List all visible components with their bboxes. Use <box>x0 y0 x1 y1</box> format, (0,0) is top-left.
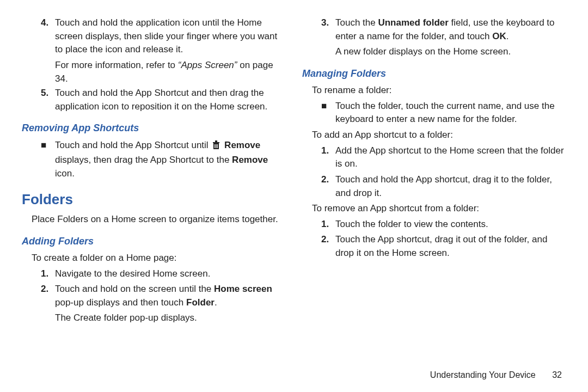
list-number: 1. <box>41 267 55 281</box>
add-lead: To add an App shortcut to a folder: <box>312 128 566 142</box>
remove-lead: To remove an App shortcut from a folder: <box>312 202 566 216</box>
list-body: Touch the App shortcut, drag it out of t… <box>335 233 566 260</box>
ok-label: OK <box>492 31 506 41</box>
svg-rect-3 <box>215 144 215 148</box>
right-column: 3. Touch the Unnamed folder field, use t… <box>302 16 566 359</box>
list-number: 5. <box>41 87 55 113</box>
list-item-2: 2. Touch the App shortcut, drag it out o… <box>321 233 566 260</box>
list-body: Touch the folder to view the contents. <box>335 218 566 231</box>
list-body: Touch the Unnamed folder field, use the … <box>335 16 566 43</box>
bullet-body: Touch and hold the App Shortcut until Re… <box>55 139 286 181</box>
svg-rect-1 <box>215 140 217 142</box>
rename-lead: To rename a folder: <box>312 84 566 97</box>
text-segment: . <box>215 297 217 308</box>
heading-folders: Folders <box>22 189 286 210</box>
list-body: Touch and hold on the screen until the H… <box>55 283 286 309</box>
list-body: Touch and hold the application icon unti… <box>55 16 286 57</box>
reference-title: “Apps Screen” <box>178 60 240 70</box>
list-item-2: 2. Touch and hold the App shortcut, drag… <box>321 173 566 200</box>
text-segment: Touch and hold the App Shortcut until <box>55 140 211 150</box>
text-segment: Touch and hold on the screen until the <box>55 284 214 294</box>
list-number: 2. <box>41 283 55 309</box>
list-item-4: 4. Touch and hold the application icon u… <box>41 16 286 57</box>
bullet-body: Touch the folder, touch the current name… <box>335 100 566 126</box>
text-segment: Touch the <box>335 17 378 28</box>
list-item-2: 2. Touch and hold on the screen until th… <box>41 283 286 309</box>
svg-rect-0 <box>213 142 219 143</box>
bullet-mark: ■ <box>321 100 335 126</box>
heading-adding-folders: Adding Folders <box>22 234 286 248</box>
list-item-3: 3. Touch the Unnamed folder field, use t… <box>321 16 566 43</box>
heading-removing-app-shortcuts: Removing App Shortcuts <box>22 121 286 135</box>
text-segment: displays, then drag the App Shortcut to … <box>55 155 232 165</box>
folder-label: Folder <box>186 297 215 308</box>
list-body: Add the App shortcut to the Home screen … <box>335 144 566 171</box>
list-body: Touch and hold the App Shortcut and then… <box>55 87 286 113</box>
page-number: 32 <box>552 370 562 379</box>
list-body: Touch and hold the App shortcut, drag it… <box>335 173 566 200</box>
bullet-item: ■ Touch and hold the App Shortcut until … <box>41 139 286 181</box>
list-number: 2. <box>321 233 335 260</box>
folders-intro: Place Folders on a Home screen to organi… <box>32 213 286 226</box>
list-number: 1. <box>321 144 335 171</box>
result-note: A new folder displays on the Home screen… <box>335 45 566 59</box>
unnamed-folder-label: Unnamed folder <box>378 17 448 28</box>
note-text: For more information, refer to <box>55 60 178 70</box>
bullet-mark: ■ <box>41 139 55 181</box>
text-segment: pop-up displays and then touch <box>55 297 186 308</box>
remove-label: Remove <box>232 155 268 165</box>
left-column: 4. Touch and hold the application icon u… <box>22 16 286 359</box>
list-number: 2. <box>321 173 335 200</box>
list-body: Navigate to the desired Home screen. <box>55 267 286 281</box>
adding-lead: To create a folder on a Home page: <box>32 252 286 265</box>
page-content: 4. Touch and hold the application icon u… <box>0 0 588 392</box>
text-segment: icon. <box>55 168 75 179</box>
list-number: 4. <box>41 16 55 57</box>
list-number: 3. <box>321 16 335 43</box>
section-title: Understanding Your Device <box>430 370 536 379</box>
list-item-1: 1. Touch the folder to view the contents… <box>321 218 566 231</box>
bullet-item: ■ Touch the folder, touch the current na… <box>321 100 566 126</box>
list-item-5: 5. Touch and hold the App Shortcut and t… <box>41 87 286 113</box>
text-segment: . <box>506 31 509 41</box>
result-note: The Create folder pop-up displays. <box>55 311 286 325</box>
remove-label: Remove <box>222 140 260 150</box>
list-item-1: 1. Navigate to the desired Home screen. <box>41 267 286 281</box>
trash-icon <box>212 140 220 154</box>
svg-rect-5 <box>217 144 218 148</box>
cross-reference: For more information, refer to “Apps Scr… <box>55 59 286 85</box>
home-screen-label: Home screen <box>214 284 272 294</box>
heading-managing-folders: Managing Folders <box>302 66 566 81</box>
svg-rect-4 <box>216 144 217 148</box>
list-item-1: 1. Add the App shortcut to the Home scre… <box>321 144 566 171</box>
page-footer: Understanding Your Device 32 <box>430 370 562 380</box>
list-number: 1. <box>321 218 335 231</box>
